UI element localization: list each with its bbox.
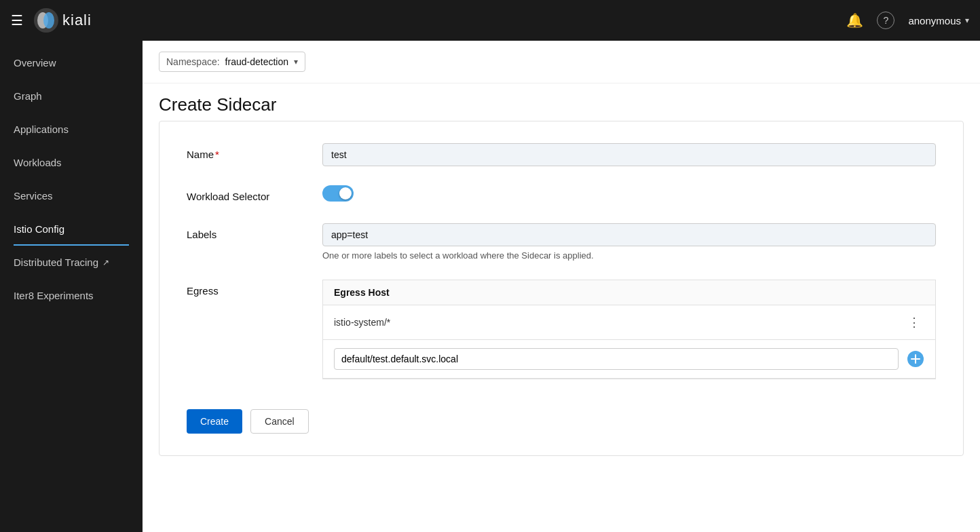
egress-add-input[interactable] [334,348,899,370]
main-content: Namespace: fraud-detection ▾ Create Side… [143,41,980,532]
namespace-selector[interactable]: Namespace: fraud-detection ▾ [159,52,305,72]
sidebar-item-iter8[interactable]: Iter8 Experiments [0,279,143,312]
toggle-thumb [339,187,352,200]
add-circle-icon [907,350,924,368]
egress-table: Egress Host istio-system/* ⋮ [322,280,936,379]
egress-row-actions: ⋮ [904,314,924,331]
egress-add-row [323,340,935,379]
egress-row: Egress Egress Host istio-system/* ⋮ [187,280,936,379]
user-menu[interactable]: anonymous ▾ [908,15,969,26]
topnav-icons: 🔔 ? anonymous ▾ [846,12,969,29]
name-input[interactable] [322,143,936,166]
labels-row: Labels One or more labels to select a wo… [187,223,936,261]
name-required-indicator: * [215,149,219,160]
namespace-value: fraud-detection [225,56,288,67]
sidebar-item-distributed-tracing[interactable]: Distributed Tracing ↗ [0,246,143,279]
create-button[interactable]: Create [187,409,242,434]
workload-selector-row: Workload Selector [187,185,936,204]
name-row: Name* [187,143,936,166]
kiali-logo-icon [34,8,58,33]
distributed-tracing-label: Distributed Tracing [14,256,98,268]
cancel-button[interactable]: Cancel [250,409,309,434]
page-title: Create Sidecar [143,83,980,121]
bell-icon[interactable]: 🔔 [846,12,863,28]
egress-host-header: Egress Host [323,280,935,305]
name-field [322,143,936,166]
external-link-icon: ↗ [102,258,109,267]
table-row: istio-system/* ⋮ [323,305,935,340]
user-chevron-icon: ▾ [965,16,969,25]
labels-label: Labels [187,223,322,240]
sidebar: Overview Graph Applications Workloads Se… [0,41,143,532]
main-layout: Overview Graph Applications Workloads Se… [0,41,980,532]
sidebar-item-overview[interactable]: Overview [0,46,143,79]
sidebar-item-workloads[interactable]: Workloads [0,146,143,179]
namespace-label: Namespace: [166,56,220,67]
egress-host-value: istio-system/* [334,317,904,328]
workload-selector-label: Workload Selector [187,185,322,202]
sidebar-item-services[interactable]: Services [0,179,143,212]
app-logo: kiali [34,8,92,33]
sidebar-item-graph[interactable]: Graph [0,79,143,113]
labels-hint: One or more labels to select a workload … [322,250,936,261]
labels-input[interactable] [322,223,936,246]
hamburger-icon[interactable]: ☰ [11,12,23,28]
sidebar-item-applications[interactable]: Applications [0,113,143,146]
form-actions: Create Cancel [187,398,936,434]
sidebar-item-istio-config[interactable]: Istio Config [0,212,143,246]
help-icon[interactable]: ? [877,12,894,29]
create-sidecar-form: Name* Workload Selector [159,121,964,456]
egress-row-more-button[interactable]: ⋮ [904,314,924,331]
egress-field: Egress Host istio-system/* ⋮ [322,280,936,379]
workload-selector-field [322,185,936,204]
svg-point-2 [43,12,54,28]
kiali-logo-text: kiali [62,12,92,29]
egress-add-button[interactable] [907,350,924,368]
name-label: Name* [187,143,322,160]
namespace-chevron-icon: ▾ [294,57,298,66]
labels-field: One or more labels to select a workload … [322,223,936,261]
workload-selector-toggle[interactable] [322,185,354,202]
egress-label: Egress [187,280,322,297]
content-header: Namespace: fraud-detection ▾ [143,41,980,83]
user-name: anonymous [908,15,961,26]
top-nav: ☰ kiali 🔔 ? anonymous ▾ [0,0,980,41]
